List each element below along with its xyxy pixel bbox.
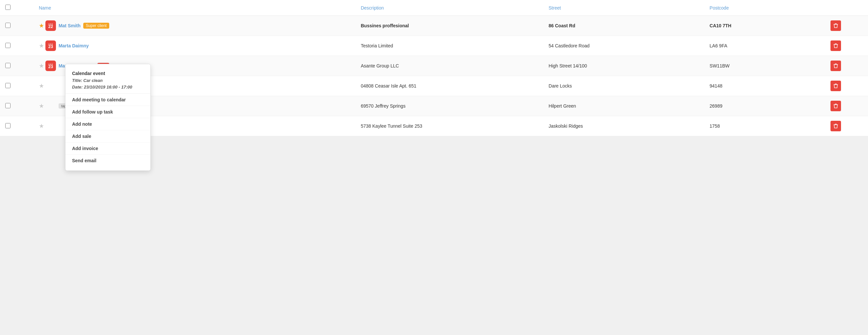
street-text: 54 Castledore Road [543, 36, 704, 56]
street-text: Dare Locks [543, 76, 704, 96]
action-cell [825, 16, 868, 36]
description-text: 5738 Kaylee Tunnel Suite 253 [355, 116, 543, 136]
popup-menu-item[interactable]: Add meeting to calendar [65, 94, 150, 106]
contact-badge: Super client [83, 23, 109, 29]
action-cell [825, 36, 868, 56]
row-checkbox[interactable] [5, 63, 10, 68]
star-icon[interactable]: ★ [39, 62, 44, 69]
popup-menu-item[interactable]: Send email [65, 155, 150, 166]
contact-name-link[interactable]: Marta Daimny [59, 43, 89, 49]
street-cell: 86 Coast Rd [543, 16, 704, 36]
postcode-text: 1758 [705, 116, 825, 136]
delete-button[interactable] [831, 101, 841, 111]
postcode-text: 94148 [705, 76, 825, 96]
delete-button[interactable] [831, 40, 841, 51]
row-checkbox[interactable] [5, 23, 10, 28]
street-text: High Street 14/100 [543, 56, 704, 76]
postcode-text: LA6 9FA [705, 36, 825, 56]
street-text: Jaskolski Ridges [543, 116, 704, 136]
select-all-checkbox[interactable] [5, 5, 10, 10]
table-row: ★●●●22Mat SmithSuper clientBussines prof… [0, 16, 868, 36]
description-text: Asante Group LLC [355, 56, 543, 76]
name-cell: ★●●●23Calendar eventTitle: Car cleanDate… [39, 61, 350, 71]
contacts-table: Name Description Street Postcode ★●●●22M… [0, 0, 868, 268]
popup-event-detail-title: Title: Car clean [72, 77, 144, 84]
action-cell [825, 76, 868, 96]
delete-button[interactable] [831, 61, 841, 71]
postcode-cell: CA10 7TH [705, 16, 825, 36]
street-text: Hilpert Green [543, 96, 704, 116]
delete-button[interactable] [831, 21, 841, 31]
row-checkbox[interactable] [5, 83, 10, 88]
description-text: 04808 Ceasar Isle Apt. 651 [355, 76, 543, 96]
postcode-text: CA10 7TH [710, 23, 732, 28]
popup-menu-item[interactable]: Add follow up task [65, 106, 150, 118]
header-description: Description [355, 0, 543, 16]
description-text: Testoria Limited [355, 36, 543, 56]
row-checkbox[interactable] [5, 43, 10, 48]
row-checkbox[interactable] [5, 123, 10, 128]
contacts-table-container: Name Description Street Postcode ★●●●22M… [0, 0, 868, 268]
calendar-icon[interactable]: ●●●23 [45, 40, 56, 51]
table-row: ★●●●23Marta DaimnyTestoria Limited54 Cas… [0, 36, 868, 56]
name-cell: ★●●●23Marta Daimny [39, 40, 350, 51]
header-action [825, 0, 868, 16]
header-postcode: Postcode [705, 0, 825, 16]
popup-event-title: Calendar event [72, 71, 144, 76]
header-check [0, 0, 34, 16]
delete-button[interactable] [831, 121, 841, 131]
name-cell: ★●●●22Mat SmithSuper client [39, 21, 350, 31]
contact-name-link[interactable]: Mat Smith [59, 23, 81, 28]
popup-menu-item[interactable]: Add note [65, 118, 150, 130]
action-cell [825, 56, 868, 76]
table-row: ★●●●23Calendar eventTitle: Car cleanDate… [0, 56, 868, 76]
star-icon[interactable]: ★ [39, 42, 44, 49]
description-text: Bussines proffesional [361, 23, 409, 28]
row-checkbox[interactable] [5, 103, 10, 108]
postcode-text: SW11BW [705, 56, 825, 76]
star-icon[interactable]: ★ [39, 82, 44, 90]
calendar-icon[interactable]: ●●●22 [45, 21, 56, 31]
description-text: 69570 Jeffrey Springs [355, 96, 543, 116]
description-cell: Bussines proffesional [355, 16, 543, 36]
calendar-icon[interactable]: ●●●23Calendar eventTitle: Car cleanDate:… [45, 61, 56, 71]
star-icon[interactable]: ★ [39, 102, 44, 110]
star-icon[interactable]: ★ [39, 22, 44, 29]
popup-menu-item[interactable]: Add invoice [65, 143, 150, 155]
action-cell [825, 116, 868, 136]
delete-button[interactable] [831, 81, 841, 91]
action-cell [825, 96, 868, 116]
popup-event-detail-date: Date: 23/10/2019 16:00 - 17:00 [72, 84, 144, 91]
postcode-text: 26989 [705, 96, 825, 116]
popup-menu-item[interactable]: Add sale [65, 130, 150, 143]
star-icon[interactable]: ★ [39, 122, 44, 130]
header-name: Name [34, 0, 356, 16]
street-text: 86 Coast Rd [549, 23, 575, 28]
header-street: Street [543, 0, 704, 16]
calendar-popup: Calendar eventTitle: Car cleanDate: 23/1… [65, 64, 151, 171]
